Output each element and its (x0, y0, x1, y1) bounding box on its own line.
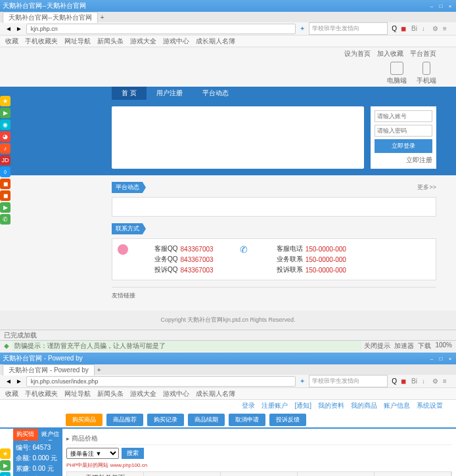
back-icon[interactable]: ◄ (5, 378, 12, 385)
topnav-link[interactable]: 系统设置 (417, 401, 443, 410)
sidebar-star-icon[interactable]: ★ (0, 96, 11, 106)
topnav-link[interactable]: 账户信息 (384, 401, 410, 410)
sidebar-icon[interactable]: ◼ (0, 179, 11, 189)
data-table: 天猫补单首页 (66, 471, 452, 476)
contact-value: 150-0000-000 (306, 256, 346, 263)
bookmark-item[interactable]: 手机收藏夹 (25, 37, 58, 46)
topnav-link[interactable]: 注册账户 (262, 401, 288, 410)
bookmark-item[interactable]: 成长期人名簿 (196, 389, 235, 399)
browser-tab[interactable]: 天鹅补台官网--天鹅补台官网 (3, 12, 98, 23)
tab-register[interactable]: 用户注册 (147, 87, 193, 100)
sidebar-icon[interactable]: ✆ (0, 214, 11, 225)
contact-value: 843367003 (181, 256, 214, 263)
sidebar-icon[interactable]: ▶ (0, 202, 11, 213)
close-icon[interactable]: × (447, 355, 453, 362)
topnav-link[interactable]: 我的资料 (318, 401, 344, 410)
star-icon[interactable]: ✦ (300, 25, 305, 32)
ext-icon[interactable]: Bi (411, 25, 419, 33)
topnav-link[interactable]: 设为首页 (344, 49, 371, 58)
action-button[interactable]: 商品续期 (188, 414, 225, 426)
username-input[interactable] (375, 110, 432, 122)
topnav-link[interactable]: [通知] (294, 401, 311, 410)
ext-icon[interactable]: ⚙ (432, 378, 440, 385)
sidebar-icon[interactable]: JD (0, 155, 11, 165)
topnav-link[interactable]: 我的商品 (351, 401, 377, 410)
ext-icon[interactable]: ◼ (401, 378, 409, 385)
tab-news[interactable]: 平台动态 (193, 87, 239, 100)
bookmark-item[interactable]: 游戏大全 (130, 389, 156, 399)
maximize-icon[interactable]: □ (438, 3, 444, 9)
device-mobile[interactable]: 手机端 (417, 62, 436, 85)
minimize-icon[interactable]: – (428, 3, 435, 9)
search-input[interactable]: 学校班学生发情向 (309, 22, 388, 35)
topnav-link[interactable]: 加入收藏 (377, 49, 403, 58)
status-item[interactable]: 关闭提示 (364, 341, 390, 351)
maximize-icon[interactable]: □ (438, 355, 444, 362)
bookmark-item[interactable]: 收藏 (5, 37, 18, 46)
action-button[interactable]: 购买记录 (147, 414, 184, 426)
bookmark-item[interactable]: 新闻头条 (97, 389, 124, 399)
sidebar-icon[interactable]: ▶ (0, 460, 11, 471)
sidebar-icon[interactable]: ◊ (0, 167, 11, 177)
topnav-link[interactable]: 登录 (242, 401, 255, 410)
status-item[interactable]: 加速器 (394, 341, 414, 351)
url-input[interactable]: kjn.php.cn (26, 24, 296, 34)
section-title: 联系方式 (112, 223, 146, 234)
ext-icon[interactable]: ◼ (401, 25, 409, 33)
bookmark-item[interactable]: 网址导航 (64, 389, 91, 399)
status-item[interactable]: 下载 (418, 341, 431, 351)
bookmark-item[interactable]: 网址导航 (64, 37, 91, 46)
account-summary: 编号: 64573 余额: 0.000 元 累赚: 0.00 元 累赚: 注册有… (13, 441, 62, 476)
sidebar-icon[interactable]: ◉ (0, 472, 11, 476)
menu-icon[interactable]: ≡ (443, 378, 451, 385)
new-tab-icon[interactable]: + (101, 14, 104, 21)
close-icon[interactable]: × (447, 3, 453, 9)
ext-icon[interactable]: ⚙ (432, 25, 440, 33)
bookmark-item[interactable]: 收藏 (5, 389, 18, 399)
ext-icon[interactable]: ↓ (422, 25, 430, 33)
device-pc[interactable]: 电脑端 (387, 62, 407, 85)
bookmark-item[interactable]: 游戏中心 (163, 37, 189, 46)
sidebar-star-icon[interactable]: ★ (0, 448, 11, 459)
new-tab-icon[interactable]: + (97, 366, 101, 374)
action-button[interactable]: 投诉反馈 (269, 414, 306, 426)
star-icon[interactable]: ✦ (300, 378, 305, 385)
bookmark-item[interactable]: 游戏大全 (130, 37, 156, 46)
search-select[interactable]: 接单备注 ▼ (66, 448, 119, 459)
left-tab[interactable]: 账户信息 (38, 429, 63, 441)
password-input[interactable] (375, 125, 432, 137)
sidebar-icon[interactable]: ◕ (0, 131, 11, 142)
bookmark-item[interactable]: 新闻头条 (97, 37, 124, 46)
minimize-icon[interactable]: – (428, 355, 435, 362)
sidebar-icon[interactable]: ◼ (0, 190, 11, 201)
more-link[interactable]: 更多>> (417, 183, 436, 192)
action-button[interactable]: 商品推荐 (106, 414, 143, 426)
buy-button[interactable]: 购买商品 (66, 414, 103, 426)
action-button[interactable]: 取消申请 (229, 414, 265, 426)
search-input[interactable]: 学校班学生发情向 (309, 375, 388, 387)
browser-tab[interactable]: 天鹅补台官网 - Powered by (3, 364, 95, 376)
left-tab[interactable]: 购买情况 (13, 429, 38, 441)
ext-icon[interactable]: Bi (411, 378, 419, 385)
url-input[interactable]: kjn.php.cn/user/index.php (26, 376, 296, 387)
monitor-icon (390, 62, 403, 75)
search-button[interactable]: 搜索 (122, 448, 144, 459)
forward-icon[interactable]: ► (16, 25, 22, 32)
sidebar-icon[interactable]: ▶ (0, 108, 11, 118)
search-icon[interactable]: Q (392, 378, 397, 385)
forward-icon[interactable]: ► (16, 378, 22, 385)
bookmark-item[interactable]: 游戏中心 (163, 389, 189, 399)
tab-home[interactable]: 首 页 (112, 87, 147, 100)
sidebar-icon[interactable]: ♪ (0, 143, 11, 154)
sidebar-icon[interactable]: ◉ (0, 119, 11, 130)
back-icon[interactable]: ◄ (5, 25, 12, 32)
menu-icon[interactable]: ≡ (443, 25, 451, 33)
status-zoom[interactable]: 100% (435, 341, 452, 351)
login-button[interactable]: 立即登录 (375, 139, 432, 153)
register-link[interactable]: 立即注册 (406, 156, 432, 165)
ext-icon[interactable]: ↓ (422, 378, 430, 385)
bookmark-item[interactable]: 手机收藏夹 (25, 389, 58, 399)
bookmark-item[interactable]: 成长期人名簿 (196, 37, 235, 46)
search-icon[interactable]: Q (392, 25, 397, 32)
topnav-link[interactable]: 平台首页 (410, 49, 436, 58)
